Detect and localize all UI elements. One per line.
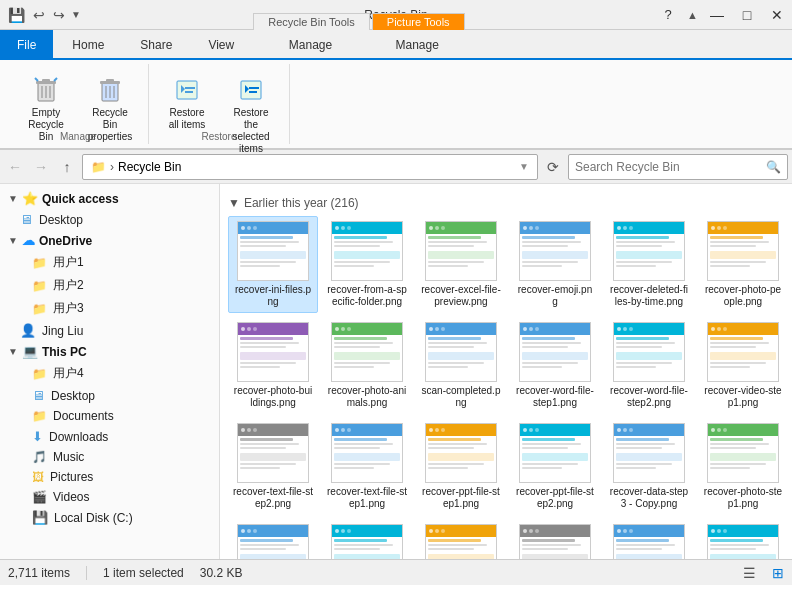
- file-item[interactable]: recover-excel-file-preview.png: [416, 216, 506, 313]
- search-bar[interactable]: 🔍: [568, 154, 788, 180]
- file-item[interactable]: recover-pdf-file-step1.png: [322, 519, 412, 559]
- qat-save-icon[interactable]: 💾: [6, 5, 27, 25]
- qat-dropdown-icon[interactable]: ▼: [71, 9, 81, 20]
- sidebar-item-jing-liu[interactable]: 👤 Jing Liu: [0, 320, 219, 341]
- file-name: recover-photo-animals.png: [327, 385, 407, 409]
- quick-access-header[interactable]: ▼ ⭐ Quick access: [0, 188, 219, 209]
- file-item[interactable]: recover-photo-animals.png: [322, 317, 412, 414]
- file-item[interactable]: recover-external-device-step2.png: [698, 519, 788, 559]
- sidebar-item-videos[interactable]: 🎬 Videos: [0, 487, 219, 507]
- search-icon: 🔍: [766, 160, 781, 174]
- file-item[interactable]: recover-video-step1.png: [698, 317, 788, 414]
- file-thumbnail: [331, 423, 403, 483]
- file-item[interactable]: recover-from-a-specific-folder.png: [322, 216, 412, 313]
- pictures-icon: 🖼: [32, 470, 44, 484]
- file-item[interactable]: recover-emoji.png: [510, 216, 600, 313]
- file-name: recover-ini-files.png: [233, 284, 313, 308]
- restore-all-items-button[interactable]: Restoreall items: [157, 68, 217, 136]
- tab-manage-recycle[interactable]: Manage: [252, 30, 369, 58]
- restore-all-label: Restoreall items: [169, 107, 206, 131]
- file-item[interactable]: recover-office-file-step1.png: [510, 519, 600, 559]
- file-item[interactable]: recover-external-device-step3.png: [604, 519, 694, 559]
- file-item[interactable]: recover-ppt-file-step2.png: [510, 418, 600, 515]
- manage-group-label: Manage: [8, 131, 148, 142]
- file-thumbnail: [613, 322, 685, 382]
- onedrive-header[interactable]: ▼ ☁ OneDrive: [0, 230, 219, 251]
- desktop-icon: 🖥: [20, 212, 33, 227]
- svg-rect-16: [249, 87, 259, 89]
- file-item[interactable]: scan-completed.png: [416, 317, 506, 414]
- file-thumbnail: [425, 322, 497, 382]
- file-thumbnail: [519, 423, 591, 483]
- file-name: recover-photo-buildings.png: [233, 385, 313, 409]
- restore-buttons: Restoreall items Restore theselected ite…: [157, 64, 281, 178]
- file-item[interactable]: recover-text-file-step1.png: [322, 418, 412, 515]
- sidebar-item-desktop[interactable]: 🖥 Desktop: [0, 209, 219, 230]
- refresh-button[interactable]: ⟳: [542, 156, 564, 178]
- this-pc-toggle: ▼: [8, 346, 18, 357]
- breadcrumb[interactable]: 📁 › Recycle Bin ▼: [82, 154, 538, 180]
- sidebar-item-thispc-desktop[interactable]: 🖥 Desktop: [0, 385, 219, 406]
- file-name: recover-ppt-file-step2.png: [515, 486, 595, 510]
- onedrive-toggle: ▼: [8, 235, 18, 246]
- restore-selected-button[interactable]: Restore theselected items: [221, 68, 281, 160]
- file-item[interactable]: recover-deleted-files-by-time.png: [604, 216, 694, 313]
- downloads-icon: ⬇: [32, 429, 43, 444]
- file-item[interactable]: recover-office-file-step2.png: [416, 519, 506, 559]
- file-item[interactable]: recover-word-file-step2.png: [604, 317, 694, 414]
- breadcrumb-dropdown-icon[interactable]: ▼: [519, 161, 529, 172]
- documents-icon: 📁: [32, 409, 47, 423]
- tab-share[interactable]: Share: [123, 30, 189, 58]
- file-item[interactable]: recover-ppt-file-step1.png: [416, 418, 506, 515]
- sidebar-item-local-disk-label: Local Disk (C:): [54, 511, 133, 525]
- file-thumbnail: [707, 221, 779, 281]
- tab-manage-picture[interactable]: Manage: [371, 30, 464, 58]
- svg-rect-8: [106, 79, 114, 82]
- desktop-icon-2: 🖥: [32, 388, 45, 403]
- section-header-label: Earlier this year (216): [244, 196, 359, 210]
- sidebar-item-user2[interactable]: 📁 用户2: [0, 274, 219, 297]
- sidebar-item-pictures[interactable]: 🖼 Pictures: [0, 467, 219, 487]
- file-item[interactable]: recover-text-file-step2.png: [228, 418, 318, 515]
- this-pc-header[interactable]: ▼ 💻 This PC: [0, 341, 219, 362]
- view-tiles-icon[interactable]: ⊞: [772, 565, 784, 581]
- sidebar-item-local-disk[interactable]: 💾 Local Disk (C:): [0, 507, 219, 528]
- file-item[interactable]: recover-data-step3 - Copy.png: [604, 418, 694, 515]
- qat-redo-icon[interactable]: ↪: [51, 5, 67, 25]
- onedrive-icon: ☁: [22, 233, 35, 248]
- file-item[interactable]: recover-pdf-file-step2.png: [228, 519, 318, 559]
- status-selected: 1 item selected: [103, 566, 184, 580]
- sidebar-item-music[interactable]: 🎵 Music: [0, 447, 219, 467]
- tab-file[interactable]: File: [0, 30, 53, 58]
- recycle-bin-properties-icon: [94, 73, 126, 105]
- file-name: recover-word-file-step2.png: [609, 385, 689, 409]
- tab-home-label: Home: [72, 38, 104, 52]
- svg-rect-17: [249, 91, 257, 93]
- file-name: recover-text-file-step1.png: [327, 486, 407, 510]
- file-item[interactable]: recover-word-file-step1.png: [510, 317, 600, 414]
- search-input[interactable]: [575, 160, 766, 174]
- file-item[interactable]: recover-photo-buildings.png: [228, 317, 318, 414]
- sidebar-item-user1[interactable]: 📁 用户1: [0, 251, 219, 274]
- file-item[interactable]: recover-ini-files.png: [228, 216, 318, 313]
- ribbon-tabs: File Home Share View Recycle Bin Tools M…: [0, 30, 792, 60]
- tab-home[interactable]: Home: [55, 30, 121, 58]
- file-scroll[interactable]: ▼ Earlier this year (216): [220, 184, 792, 559]
- section-toggle-icon: ▼: [228, 196, 240, 210]
- file-item[interactable]: recover-photo-people.png: [698, 216, 788, 313]
- view-details-icon[interactable]: ☰: [743, 565, 756, 581]
- sidebar-item-downloads[interactable]: ⬇ Downloads: [0, 426, 219, 447]
- sidebar-item-user3[interactable]: 📁 用户3: [0, 297, 219, 320]
- file-name: recover-deleted-files-by-time.png: [609, 284, 689, 308]
- file-item[interactable]: recover-photo-step1.png: [698, 418, 788, 515]
- svg-rect-15: [241, 81, 261, 99]
- status-sep-1: [86, 566, 87, 580]
- sidebar-item-thispc-user[interactable]: 📁 用户4: [0, 362, 219, 385]
- sidebar-item-videos-label: Videos: [53, 490, 89, 504]
- section-header-earlier[interactable]: ▼ Earlier this year (216): [228, 192, 788, 216]
- tab-view[interactable]: View: [191, 30, 251, 58]
- sidebar-item-documents[interactable]: 📁 Documents: [0, 406, 219, 426]
- qat-undo-icon[interactable]: ↩: [31, 5, 47, 25]
- file-thumbnail: [331, 221, 403, 281]
- sidebar-item-jing-liu-label: Jing Liu: [42, 324, 83, 338]
